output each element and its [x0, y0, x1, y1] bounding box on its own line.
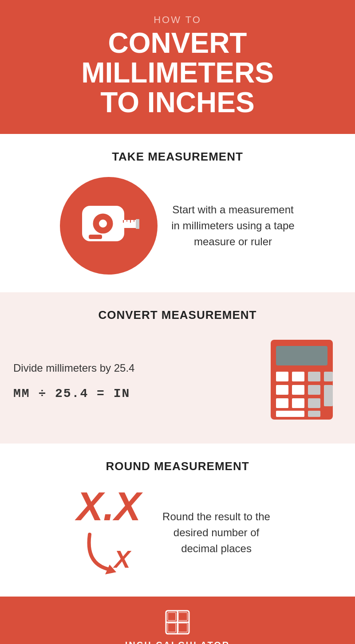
take-measurement-content: Start with a measurement in millimeters …: [13, 177, 342, 275]
svg-rect-18: [308, 385, 320, 395]
svg-text:X: X: [113, 546, 132, 573]
round-measurement-content: X.X X Round the result to the desired nu…: [13, 487, 342, 579]
calculator-icon-wrap: [262, 335, 342, 426]
svg-rect-23: [276, 411, 304, 417]
round-xx-symbol: X.X: [76, 487, 141, 526]
svg-rect-17: [292, 385, 304, 395]
svg-rect-24: [308, 411, 320, 417]
svg-rect-15: [324, 372, 333, 381]
svg-rect-11: [276, 346, 327, 365]
svg-rect-33: [178, 623, 187, 632]
footer-section: INCH CALCULATOR: [0, 597, 355, 644]
header-line1: CONVERT MILLIMETERS: [81, 27, 274, 89]
round-measurement-section: ROUND MEASUREMENT X.X X Round the result…: [0, 444, 355, 597]
svg-rect-19: [324, 385, 333, 406]
svg-rect-31: [178, 613, 187, 620]
svg-rect-32: [168, 623, 176, 632]
round-symbols: X.X X: [76, 487, 141, 579]
svg-rect-14: [308, 372, 320, 381]
svg-rect-16: [276, 385, 288, 395]
convert-description: Divide millimeters by 25.4: [13, 360, 253, 376]
header-section: HOW TO CONVERT MILLIMETERS TO INCHES: [0, 0, 355, 134]
take-measurement-description: Start with a measurement in millimeters …: [171, 202, 295, 250]
svg-rect-22: [308, 398, 320, 408]
convert-measurement-title: CONVERT MEASUREMENT: [13, 308, 342, 322]
convert-formula: MM ÷ 25.4 = IN: [13, 387, 253, 401]
calculator-icon: [262, 335, 342, 424]
svg-rect-3: [120, 220, 138, 228]
round-arrow-x: X: [81, 530, 138, 579]
svg-rect-12: [276, 372, 288, 381]
header-how-to: HOW TO: [9, 14, 346, 26]
header-title: CONVERT MILLIMETERS TO INCHES: [9, 28, 346, 118]
round-measurement-title: ROUND MEASUREMENT: [13, 459, 342, 473]
footer-calculator-icon: [165, 610, 190, 635]
convert-measurement-content: Divide millimeters by 25.4 MM ÷ 25.4 = I…: [13, 335, 342, 426]
take-measurement-section: TAKE MEASUREMENT S: [0, 134, 355, 292]
svg-rect-20: [276, 398, 288, 408]
convert-measurement-section: CONVERT MEASUREMENT Divide millimeters b…: [0, 292, 355, 444]
take-measurement-title: TAKE MEASUREMENT: [112, 150, 243, 164]
svg-point-2: [99, 219, 107, 228]
footer-label: INCH CALCULATOR: [125, 640, 230, 644]
header-line2: TO INCHES: [100, 86, 254, 118]
convert-left-panel: Divide millimeters by 25.4 MM ÷ 25.4 = I…: [13, 360, 253, 401]
round-description: Round the result to the desired number o…: [154, 509, 279, 557]
svg-rect-13: [292, 372, 304, 381]
svg-rect-8: [136, 219, 139, 229]
svg-rect-30: [168, 613, 176, 620]
svg-rect-21: [292, 398, 304, 408]
curved-arrow-icon: X: [81, 530, 138, 579]
tape-measure-icon-circle: [60, 177, 158, 275]
tape-measure-icon: [75, 192, 142, 259]
svg-rect-9: [89, 235, 102, 239]
